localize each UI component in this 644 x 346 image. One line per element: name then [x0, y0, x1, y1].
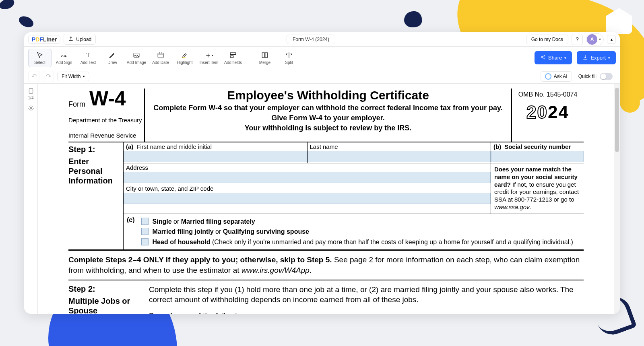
toolbar-separator [249, 50, 249, 66]
ask-ai-button[interactable]: Ask AI [541, 71, 572, 82]
redo-icon: ↷ [46, 72, 51, 80]
cert-line3: Your withholding is subject to review by… [150, 124, 506, 132]
form-number: W-4 [89, 89, 126, 109]
help-button[interactable]: ? [572, 34, 583, 45]
brand-logo[interactable]: PDFLiner [28, 35, 60, 44]
tool-insert-item[interactable]: ＋▾ Insert item [197, 49, 221, 67]
brand-liner: Liner [43, 36, 57, 43]
row-ab: (a)First name and middle initial Last na… [123, 142, 584, 163]
tool-split-label: Split [285, 60, 293, 65]
cell-city: City or town, state, and ZIP code [124, 184, 491, 205]
undo-button[interactable]: ↶ [28, 71, 39, 82]
brand-f: F [39, 36, 43, 43]
checkbox-hoh[interactable] [141, 238, 149, 245]
go-to-my-docs-button[interactable]: Go to my Docs [526, 35, 568, 44]
chevron-down-icon: ▾ [564, 56, 566, 60]
row-c: (c) Single or Married filing separately … [123, 214, 584, 250]
form-header-mid: Employee's Withholding Certificate Compl… [145, 89, 511, 142]
step1-heading: Step 1: Enter Personal Information [68, 142, 123, 249]
document-title[interactable]: Form W-4 (2024) [287, 35, 335, 44]
first-name-field[interactable] [124, 151, 307, 162]
merge-icon [260, 51, 269, 60]
upload-label: Upload [76, 37, 91, 42]
filing-status-options: Single or Married filing separately Marr… [138, 214, 584, 250]
form-header-right: OMB No. 1545-0074 2024 [511, 89, 584, 142]
pencil-icon [108, 51, 117, 60]
year-bold: 24 [548, 102, 569, 122]
label-first-name: First name and middle initial [136, 143, 212, 150]
scrollbar-thumb[interactable] [615, 88, 619, 152]
tool-highlight[interactable]: Highlight [173, 49, 196, 67]
form-year: 2024 [514, 102, 582, 122]
sidebar-pages[interactable]: 1/4 [27, 87, 35, 100]
svg-rect-2 [230, 53, 236, 55]
upload-button[interactable]: Upload [64, 34, 96, 45]
tool-add-text[interactable]: T Add Text [76, 49, 100, 67]
form-page: Form W-4 Department of the Treasury Inte… [60, 89, 592, 314]
address-field[interactable] [124, 172, 491, 183]
tool-merge[interactable]: Merge [253, 49, 277, 67]
share-icon [540, 54, 546, 61]
city-field[interactable] [124, 193, 491, 204]
main: 1/4 Form W-4 Department of the Treasury … [24, 84, 620, 314]
redo-button[interactable]: ↷ [43, 71, 54, 82]
toolbar: Select Add Sign T Add Text Draw Add Imag… [24, 47, 620, 69]
tool-add-date[interactable]: Add Date [149, 49, 172, 67]
topbar-right: Go to my Docs ? A ▾ ▴ [526, 33, 616, 45]
svg-point-6 [541, 57, 542, 58]
cert-line1: Complete Form W-4 so that your employer … [150, 104, 506, 112]
svg-rect-4 [262, 53, 264, 58]
svg-rect-5 [265, 53, 268, 58]
tool-draw[interactable]: Draw [101, 49, 124, 67]
svg-rect-1 [158, 53, 163, 58]
checkbox-married[interactable] [141, 228, 149, 235]
subbar: ↶ ↷ Fit Width ▾ Ask AI Quick fill [24, 69, 620, 84]
step2-p2: Do only one of the following. [149, 311, 584, 314]
decor-inkblot [404, 11, 422, 27]
option-single: Single or Married filing separately [141, 216, 580, 227]
cursor-icon [35, 51, 44, 60]
more-menu-button[interactable]: ▴ [607, 35, 616, 44]
label-ssn: Social security number [504, 143, 571, 150]
ask-ai-label: Ask AI [554, 74, 568, 79]
cert-line2: Give Form W-4 to your employer. [150, 114, 506, 122]
zoom-select[interactable]: Fit Width ▾ [57, 72, 89, 81]
tool-split[interactable]: Split [277, 49, 301, 67]
scrollbar[interactable] [614, 84, 620, 314]
svg-point-7 [544, 55, 545, 56]
tool-add-text-label: Add Text [80, 60, 96, 65]
step1-sub: Enter Personal Information [68, 157, 120, 185]
tool-add-sign[interactable]: Add Sign [52, 49, 76, 67]
export-button[interactable]: Export ▾ [577, 51, 616, 64]
tool-add-image[interactable]: Add Image [125, 49, 148, 67]
addr-block: Address City or town, state, and ZIP cod… [123, 163, 491, 214]
caret-up-icon: ▴ [611, 37, 613, 41]
checkbox-single[interactable] [141, 218, 149, 225]
quick-fill-toggle[interactable] [600, 73, 613, 80]
cell-first-name: (a)First name and middle initial [123, 142, 308, 163]
svg-rect-3 [230, 56, 233, 58]
tool-add-fields-label: Add fields [224, 60, 242, 65]
download-icon [582, 54, 588, 61]
dept-irs: Internal Revenue Service [68, 132, 142, 139]
document-area[interactable]: Form W-4 Department of the Treasury Inte… [38, 84, 614, 314]
text-icon: T [84, 51, 93, 60]
form-prefix: Form [68, 100, 85, 109]
step2-sub: Multiple Jobs or Spouse [68, 296, 149, 314]
ssn-field[interactable] [491, 151, 584, 162]
share-label: Share [548, 55, 562, 61]
sidebar-settings[interactable] [27, 104, 35, 112]
last-name-field[interactable] [308, 151, 491, 162]
quick-fill-label: Quick fill [578, 74, 597, 79]
brand-p: P [32, 36, 35, 43]
highlighter-icon [180, 51, 189, 60]
option-hoh: Head of household (Check only if you're … [141, 237, 580, 247]
cell-last-name: Last name [308, 142, 491, 163]
tool-merge-label: Merge [259, 60, 270, 65]
tool-add-fields[interactable]: Add fields [221, 49, 245, 67]
form-header-left: Form W-4 Department of the Treasury Inte… [68, 89, 145, 142]
ssn-hint-cell: Does your name match the name on your so… [491, 163, 584, 214]
account-menu[interactable]: A ▾ [586, 33, 604, 45]
share-button[interactable]: Share ▾ [535, 51, 572, 64]
tool-select[interactable]: Select [28, 49, 52, 67]
